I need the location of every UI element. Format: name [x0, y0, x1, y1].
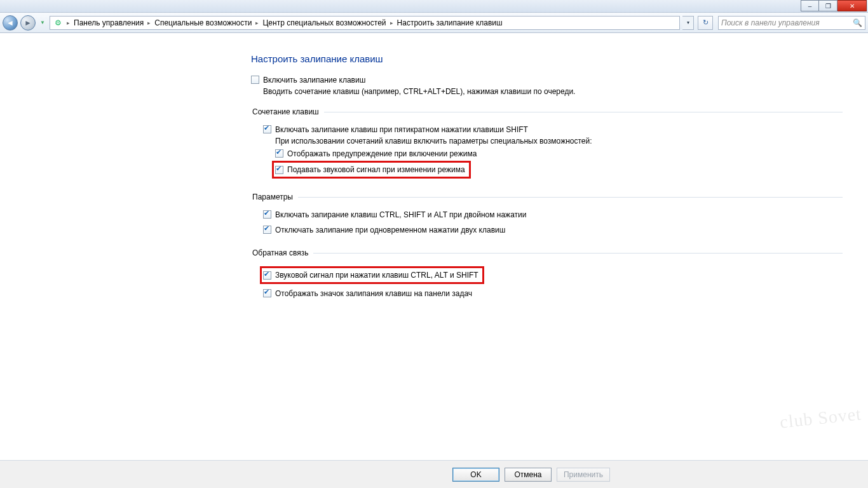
enable-sticky-keys-label: Включить залипание клавиш [263, 76, 365, 85]
group-params: Параметры Включать запирание клавиш CTRL… [251, 193, 843, 237]
window-maximize-button[interactable]: ❐ [819, 0, 837, 11]
nav-history-dropdown[interactable]: ▼ [38, 16, 47, 30]
group-params-title: Параметры [251, 193, 298, 201]
group-feedback-title: Обратная связь [251, 248, 313, 257]
explorer-navbar: ◄ ► ▼ ⚙ ▸ Панель управления ▸ Специальны… [0, 13, 868, 33]
control-panel-icon: ⚙ [53, 18, 63, 28]
enable-sticky-keys-desc: Вводить сочетание клавиш (например, CTRL… [263, 87, 843, 96]
breadcrumb-item[interactable]: Панель управления [74, 18, 144, 27]
search-icon: 🔍 [853, 18, 862, 27]
highlight-annotation: Звуковой сигнал при нажатии клавиш CTRL,… [260, 266, 484, 284]
group-shortcut: Сочетание клавиш Включать залипание клав… [251, 107, 843, 181]
tray-label: Отображать значок залипания клавиш на па… [275, 289, 472, 298]
page-title: Настроить залипание клавиш [251, 53, 843, 64]
page-content: Настроить залипание клавиш Включить зали… [251, 33, 843, 301]
breadcrumb-item[interactable]: Центр специальных возможностей [262, 18, 386, 27]
enable-sticky-keys-checkbox[interactable] [251, 76, 259, 84]
ok-button[interactable]: OK [452, 468, 499, 482]
group-shortcut-title: Сочетание клавиш [251, 107, 324, 116]
shift5-checkbox[interactable] [263, 125, 271, 133]
dialog-footer: OK Отмена Применить [0, 460, 868, 488]
shortcut-subdesc: При использовании сочетаний клавиш включ… [275, 137, 843, 146]
breadcrumb-item[interactable]: Специальные возможности [154, 18, 252, 27]
lock-checkbox[interactable] [263, 210, 271, 219]
chevron-right-icon: ▸ [389, 20, 395, 26]
sound-label: Подавать звуковой сигнал при изменении р… [287, 165, 465, 174]
search-input[interactable]: Поиск в панели управления 🔍 [718, 16, 865, 30]
watermark: club Sovet [779, 403, 863, 432]
refresh-button[interactable]: ↻ [698, 16, 713, 30]
apply-button[interactable]: Применить [557, 468, 610, 482]
address-dropdown-button[interactable]: ▾ [682, 16, 694, 30]
window-minimize-button[interactable]: – [801, 0, 819, 11]
highlight-annotation: Подавать звуковой сигнал при изменении р… [272, 161, 471, 179]
warn-checkbox[interactable] [275, 149, 283, 158]
sound-checkbox[interactable] [275, 166, 283, 174]
tray-checkbox[interactable] [263, 289, 271, 297]
group-feedback: Обратная связь Звуковой сигнал при нажат… [251, 248, 843, 301]
window-titlebar: – ❐ ✕ [0, 0, 868, 13]
lock-label: Включать запирание клавиш CTRL, SHIFT и … [275, 210, 526, 219]
address-bar[interactable]: ⚙ ▸ Панель управления ▸ Специальные возм… [50, 16, 680, 30]
warn-label: Отображать предупреждение при включении … [287, 149, 477, 158]
breadcrumb-item[interactable]: Настроить залипание клавиш [397, 18, 503, 27]
window-close-button[interactable]: ✕ [837, 0, 867, 11]
chevron-right-icon: ▸ [65, 20, 71, 26]
beep-checkbox[interactable] [263, 271, 271, 280]
off2-checkbox[interactable] [263, 226, 271, 234]
cancel-button[interactable]: Отмена [505, 468, 552, 482]
nav-back-button[interactable]: ◄ [3, 15, 18, 30]
beep-label: Звуковой сигнал при нажатии клавиш CTRL,… [275, 271, 478, 280]
search-placeholder: Поиск в панели управления [721, 18, 820, 27]
off2-label: Отключать залипание при одновременном на… [275, 226, 505, 234]
shift5-label: Включать залипание клавиш при пятикратно… [275, 125, 528, 134]
nav-forward-button[interactable]: ► [20, 15, 36, 30]
chevron-right-icon: ▸ [254, 20, 260, 26]
chevron-right-icon: ▸ [146, 20, 152, 26]
